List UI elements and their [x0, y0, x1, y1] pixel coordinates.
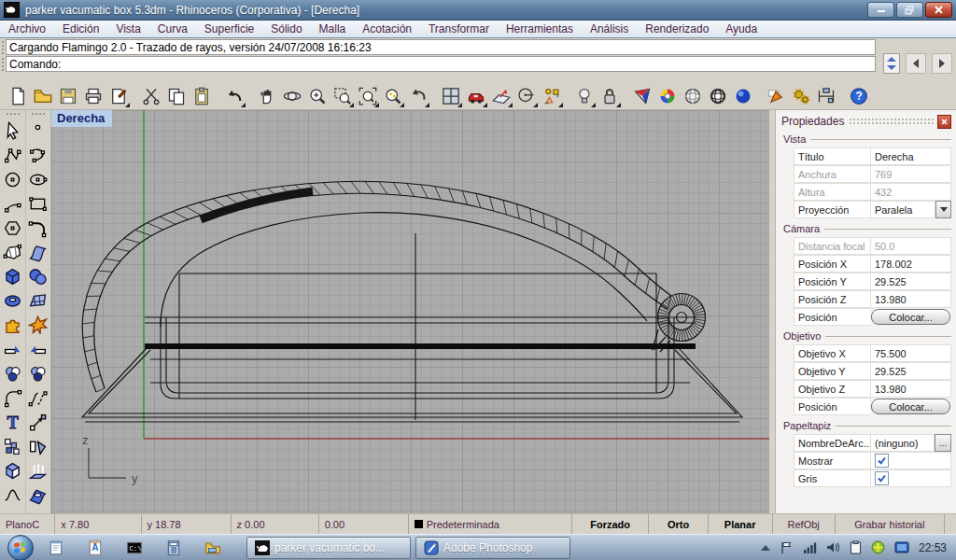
new-file-button[interactable]: [6, 84, 30, 108]
taskbar-rhino-task[interactable]: parker vacumatic bo...: [246, 537, 411, 559]
quicklaunch-calculator-icon[interactable]: [164, 539, 183, 557]
taskbar-clock[interactable]: 22:53: [919, 541, 947, 554]
point-button[interactable]: [25, 119, 49, 143]
objx-value[interactable]: 75.500: [870, 344, 951, 362]
network-signal-icon[interactable]: [803, 541, 817, 553]
menu-renderizado[interactable]: Renderizado: [637, 21, 717, 37]
posx-value[interactable]: 178.002: [870, 255, 951, 273]
cplane-button[interactable]: PlanoC: [0, 514, 55, 534]
zoom-in-button[interactable]: [305, 84, 330, 108]
paste-button[interactable]: [190, 84, 214, 108]
curved-surface-button[interactable]: [25, 240, 49, 264]
show-hidden-icons-button[interactable]: [761, 545, 770, 551]
rotate-copy-button[interactable]: [25, 434, 49, 458]
record-history-toggle[interactable]: Grabar historial: [836, 514, 945, 534]
planar-toggle[interactable]: Planar: [709, 514, 773, 534]
quicklaunch-folder-icon[interactable]: [204, 539, 222, 557]
display-tray-icon[interactable]: [894, 541, 909, 553]
rendered-view-button[interactable]: [731, 84, 755, 108]
corner-arc-button[interactable]: [25, 216, 49, 240]
circle-button[interactable]: [0, 167, 24, 191]
volume-icon[interactable]: [826, 541, 840, 553]
proyeccion-value[interactable]: Paralela: [870, 201, 935, 218]
current-layer[interactable]: Predeterminada: [409, 514, 572, 534]
solid-spheres-button[interactable]: [25, 264, 49, 288]
pan-view-button[interactable]: [255, 84, 279, 108]
side-toolbar-grip2[interactable]: [31, 112, 45, 117]
objy-value[interactable]: 29.525: [870, 362, 951, 380]
command-line-grip[interactable]: [1, 57, 5, 72]
snap-toggle[interactable]: Forzado: [572, 514, 650, 534]
quicklaunch-cmd-icon[interactable]: C:\: [125, 539, 144, 557]
quicklaunch-document-icon[interactable]: A: [86, 539, 105, 557]
extrude-button[interactable]: [25, 458, 49, 483]
print-button[interactable]: [81, 84, 105, 108]
menu-curva[interactable]: Curva: [149, 21, 196, 37]
dimension-button[interactable]: [814, 84, 838, 108]
menu-superficie[interactable]: Superficie: [196, 21, 262, 37]
nombre-value[interactable]: (ninguno): [870, 434, 935, 452]
menu-vista[interactable]: Vista: [107, 21, 148, 37]
solid-cube-button[interactable]: [0, 458, 24, 483]
menu-solido[interactable]: Sólido: [262, 21, 310, 37]
shaded-view-button[interactable]: [681, 84, 705, 108]
panel-close-button[interactable]: [937, 115, 951, 129]
undo-button[interactable]: [222, 84, 246, 108]
menu-transformar[interactable]: Transformar: [420, 21, 498, 37]
mostrar-checkbox[interactable]: [875, 454, 889, 468]
arc-button[interactable]: [0, 191, 24, 216]
posy-value[interactable]: 29.525: [870, 273, 951, 290]
antivirus-tray-icon[interactable]: [871, 540, 885, 554]
menu-malla[interactable]: Malla: [311, 21, 355, 37]
surface-patch-button[interactable]: [0, 240, 24, 264]
move-button[interactable]: [25, 410, 49, 434]
clipboard-tray-icon[interactable]: [850, 540, 862, 554]
wireframe-view-button[interactable]: [706, 84, 730, 108]
refobj-toggle[interactable]: RefObj: [773, 514, 836, 534]
surface-tools-button[interactable]: [25, 483, 49, 507]
boolean-difference-button[interactable]: [25, 361, 49, 385]
posz-value[interactable]: 13.980: [870, 290, 951, 308]
lock-button[interactable]: [598, 84, 622, 108]
language-flag-icon[interactable]: [780, 541, 794, 554]
rotate-view-button[interactable]: [280, 84, 304, 108]
panel-drag-handle[interactable]: [849, 118, 934, 125]
flamingo-render-button[interactable]: [630, 84, 654, 108]
gris-checkbox[interactable]: [875, 471, 889, 485]
history-back-button[interactable]: [906, 53, 926, 74]
save-file-button[interactable]: [56, 84, 80, 108]
options-button[interactable]: [789, 84, 813, 108]
curve-tools-button[interactable]: [0, 483, 24, 507]
menu-acotacion[interactable]: Acotación: [354, 21, 420, 37]
command-history-spinner[interactable]: [883, 53, 900, 74]
title-bar[interactable]: parker vacumatic box 5.3dm - Rhinoceros …: [0, 0, 956, 21]
save-as-button[interactable]: [106, 84, 131, 108]
undo-view-change-button[interactable]: [406, 84, 430, 108]
arrange-button[interactable]: [0, 434, 24, 458]
fillet-curve-button[interactable]: [0, 385, 24, 410]
menu-analisis[interactable]: Análisis: [582, 21, 637, 37]
command-input[interactable]: [61, 57, 875, 71]
explode-button[interactable]: [25, 313, 49, 337]
close-button[interactable]: [925, 2, 952, 18]
quicklaunch-notepad-icon[interactable]: [47, 539, 65, 557]
torus-button[interactable]: [0, 288, 24, 313]
mesh-sheet-button[interactable]: [25, 288, 49, 313]
blend-curve-button[interactable]: [25, 385, 49, 410]
split-button[interactable]: [25, 337, 49, 361]
set-cplane-button[interactable]: [489, 84, 513, 108]
copy-button[interactable]: [164, 84, 189, 108]
viewport-layout-button[interactable]: [439, 84, 463, 108]
colocar-camara-button[interactable]: Colocar...: [871, 309, 950, 325]
restore-button[interactable]: [896, 2, 923, 18]
menu-herramientas[interactable]: Herramientas: [498, 21, 582, 37]
select-arrow-button[interactable]: [0, 119, 24, 143]
objz-value[interactable]: 13.980: [870, 380, 951, 398]
command-history-grip[interactable]: [1, 40, 5, 55]
control-point-curve-button[interactable]: [0, 143, 24, 167]
menu-edicion[interactable]: Edición: [54, 21, 107, 37]
ellipse-button[interactable]: [25, 167, 49, 191]
menu-archivo[interactable]: Archivo: [0, 21, 54, 37]
text-object-button[interactable]: T: [0, 410, 24, 434]
start-button[interactable]: [7, 535, 34, 560]
